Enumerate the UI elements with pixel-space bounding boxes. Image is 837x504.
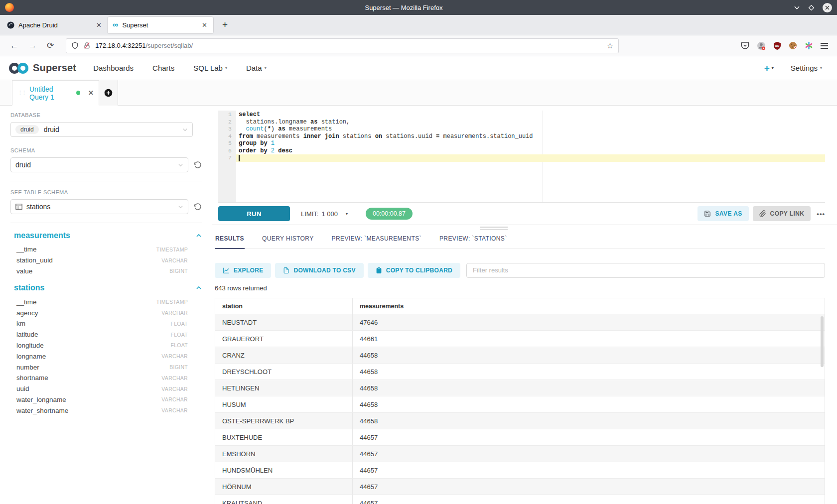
copy-clipboard-button[interactable]: COPY TO CLIPBOARD (368, 263, 460, 278)
superset-logo[interactable]: Superset (8, 62, 76, 75)
url-bar[interactable]: 172.18.0.4:32251/superset/sqllab/ ☆ (66, 38, 619, 53)
schema-table-title[interactable]: measurements (10, 231, 202, 240)
code-line[interactable]: from measurements inner join stations on… (236, 133, 825, 140)
window-close-button[interactable] (823, 3, 832, 12)
table-row: EMSHÖRN44657 (215, 446, 825, 462)
code-line[interactable]: group by 1 (236, 140, 825, 147)
tab-results[interactable]: RESULTS (215, 232, 245, 249)
tab-preview-stations[interactable]: PREVIEW: `STATIONS` (439, 232, 508, 249)
collapse-chevron-icon[interactable] (196, 233, 202, 239)
divider (10, 223, 202, 223)
nav-item-dashboards[interactable]: Dashboards (93, 64, 134, 72)
cell-measurements: 44658 (353, 347, 825, 363)
code-line[interactable]: order by 2 desc (236, 147, 825, 155)
reload-button[interactable]: ⟳ (42, 40, 59, 51)
window-titlebar: Superset — Mozilla Firefox (0, 0, 837, 15)
account-extension-icon[interactable] (757, 41, 766, 50)
insecure-lock-icon[interactable] (83, 42, 91, 49)
new-tab-button[interactable]: + (219, 19, 231, 30)
cell-station: DREYSCHLOOT (215, 364, 353, 379)
results-scrollbar[interactable] (821, 316, 824, 367)
tab-close-icon[interactable]: ✕ (95, 21, 103, 29)
schema-column-row: valueBIGINT (10, 266, 188, 277)
sql-editor[interactable]: 1234567 select stations.longname as stat… (218, 111, 825, 202)
browser-tab-superset[interactable]: ∞ Superset ✕ (108, 17, 213, 33)
browser-tab-apache-druid[interactable]: Apache Druid ✕ (2, 17, 108, 33)
refresh-schema-icon[interactable] (194, 161, 202, 169)
schema-table-title[interactable]: stations (10, 283, 202, 292)
nav-item-sql-lab[interactable]: SQL Lab▾ (193, 64, 227, 72)
query-tab-untitled-1[interactable]: ⋮⋮ Untitled Query 1 ✕ (12, 80, 99, 106)
svg-text:uO: uO (775, 44, 780, 47)
forward-button[interactable]: → (23, 41, 42, 51)
limit-label: LIMIT: (301, 210, 318, 218)
table-row: CRANZ44658 (215, 347, 825, 364)
add-new-button[interactable]: +▾ (764, 63, 774, 74)
query-tab-close-icon[interactable]: ✕ (88, 89, 94, 97)
save-as-button[interactable]: SAVE AS (698, 206, 748, 221)
settings-menu[interactable]: Settings▾ (791, 64, 822, 72)
table-row: OSTE-SPERRWERK BP44658 (215, 413, 825, 429)
limit-dropdown[interactable]: LIMIT: 1 000 ▾ (301, 210, 348, 218)
pocket-icon[interactable] (741, 41, 749, 50)
column-header-measurements[interactable]: measurements (353, 298, 825, 314)
editor-code-area[interactable]: select stations.longname as station, cou… (236, 111, 825, 202)
table-row: BUXTEHUDE44657 (215, 429, 825, 446)
database-value: druid (44, 126, 59, 133)
tab-label: Superset (122, 21, 201, 29)
code-line[interactable]: stations.longname as station, (236, 119, 825, 126)
back-button[interactable]: ← (5, 41, 23, 51)
nav-item-data[interactable]: Data▾ (246, 64, 267, 72)
chevron-down-icon: ▾ (772, 66, 774, 70)
drag-handle-icon[interactable]: ⋮⋮ (17, 90, 25, 96)
refresh-tables-icon[interactable] (194, 203, 202, 211)
drag-handle-icon[interactable] (480, 227, 508, 231)
sqllab-sidebar: DATABASE druid druid SCHEMA druid (0, 106, 212, 504)
tab-close-icon[interactable]: ✕ (201, 21, 208, 29)
chevron-down-icon (182, 127, 188, 132)
collapse-chevron-icon[interactable] (196, 285, 202, 291)
menu-hamburger-icon[interactable] (821, 41, 828, 50)
tab-query-history[interactable]: QUERY HISTORY (262, 232, 314, 249)
new-query-tab-button[interactable] (99, 80, 118, 106)
firefox-logo-icon (5, 3, 14, 12)
schema-column-row: water_longnameVARCHAR (10, 394, 188, 405)
code-line[interactable]: select (236, 111, 825, 119)
database-select[interactable]: druid druid (10, 122, 193, 137)
cell-station: HETLINGEN (215, 380, 353, 396)
table-row: HUSUM44658 (215, 396, 825, 413)
table-select[interactable]: stations (10, 199, 188, 214)
cell-measurements: 44658 (353, 380, 825, 396)
column-header-station[interactable]: station (215, 298, 353, 314)
schema-column-row: uuidVARCHAR (10, 383, 188, 394)
bookmark-star-icon[interactable]: ☆ (607, 41, 613, 50)
explore-button[interactable]: EXPLORE (215, 263, 271, 278)
pane-resize-divider[interactable] (212, 225, 837, 225)
results-table: station measurements NEUSTADT47646GRAUER… (215, 298, 825, 504)
cell-measurements: 44661 (353, 331, 825, 347)
window-minimize-button[interactable] (794, 4, 800, 11)
copy-link-button[interactable]: COPY LINK (753, 206, 811, 221)
asterisk-extension-icon[interactable] (805, 41, 813, 50)
schema-column-row: latitudeFLOAT (10, 329, 188, 340)
window-maximize-button[interactable] (808, 4, 815, 11)
nav-item-charts[interactable]: Charts (152, 64, 174, 72)
line-number: 3 (218, 126, 236, 133)
table-row: KRAUTSAND44657 (215, 495, 825, 504)
table-row: HUNDSMÜHLEN44657 (215, 462, 825, 479)
apache-druid-favicon (7, 21, 14, 29)
ublock-origin-icon[interactable]: uO (773, 42, 781, 50)
download-csv-button[interactable]: DOWNLOAD TO CSV (275, 263, 363, 278)
tracking-shield-icon[interactable] (71, 42, 79, 49)
superset-navbar: Superset Dashboards Charts SQL Lab▾ Data… (0, 56, 837, 80)
run-button[interactable]: RUN (218, 206, 290, 221)
filter-results-input[interactable] (466, 263, 825, 278)
table-icon (15, 203, 22, 210)
cookie-extension-icon[interactable] (789, 41, 797, 50)
more-options-icon[interactable]: ••• (817, 210, 825, 218)
code-line[interactable] (236, 154, 825, 162)
schema-select[interactable]: druid (10, 157, 188, 172)
tab-preview-measurements[interactable]: PREVIEW: `MEASUREMENTS` (331, 232, 422, 249)
code-line[interactable]: count(*) as measurements (236, 126, 825, 133)
cell-station: NEUSTADT (215, 314, 353, 330)
